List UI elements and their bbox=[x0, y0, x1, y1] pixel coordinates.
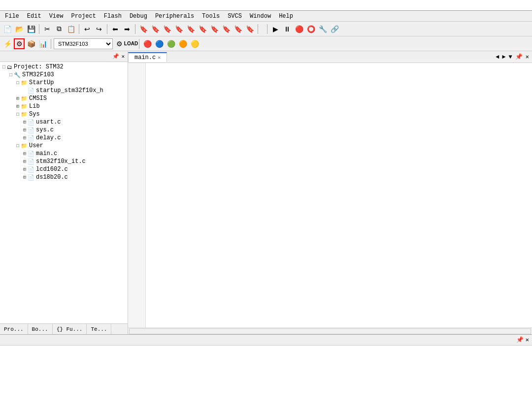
debug-btn4[interactable]: ⭕ bbox=[305, 24, 316, 34]
tab-menu-icon[interactable]: ▼ bbox=[508, 54, 513, 61]
debug-btn5[interactable]: 🔧 bbox=[317, 24, 328, 34]
tree-expand-icon[interactable]: ⊞ bbox=[22, 159, 28, 164]
tree-expand-icon[interactable]: □ bbox=[1, 64, 7, 70]
menu-item-svcs[interactable]: SVCS bbox=[224, 12, 246, 21]
tree-item[interactable]: □📁Sys bbox=[1, 110, 127, 118]
tree-item[interactable]: ⊞📁CMSIS bbox=[1, 95, 127, 102]
copy-button[interactable]: ⧉ bbox=[54, 24, 65, 34]
nav-back-button[interactable]: ⬅ bbox=[110, 24, 121, 34]
debug-btn2[interactable]: ⏸ bbox=[282, 24, 293, 34]
build-highlighted-button[interactable]: ⚙ bbox=[14, 38, 25, 49]
bookmark-btn4[interactable]: 🔖 bbox=[173, 24, 184, 34]
bookmark-btn2[interactable]: 🔖 bbox=[150, 24, 161, 34]
tree-item[interactable]: □🔧STM32F103 bbox=[1, 71, 127, 79]
tab-close-icon[interactable]: ✕ bbox=[158, 55, 161, 61]
code-horizontal-scrollbar[interactable] bbox=[128, 327, 532, 334]
bookmark-btn3[interactable]: 🔖 bbox=[162, 24, 172, 34]
tree-expand-icon[interactable]: ⊞ bbox=[22, 127, 28, 133]
tree-expand-icon[interactable]: ⊞ bbox=[22, 119, 28, 125]
flash-btn4[interactable]: 🟠 bbox=[177, 38, 188, 49]
menu-item-edit[interactable]: Edit bbox=[23, 12, 45, 21]
project-tab[interactable]: Bo... bbox=[28, 324, 53, 334]
project-tab[interactable]: Pro... bbox=[0, 324, 28, 334]
project-btn4[interactable]: 📊 bbox=[37, 38, 48, 49]
tree-item[interactable]: ⊞📄stm32f10x_it.c bbox=[1, 158, 127, 165]
bookmark-btn9[interactable]: 🔖 bbox=[233, 24, 243, 34]
debug-btn6[interactable]: 🔗 bbox=[329, 24, 340, 34]
new-file-button[interactable]: 📄 bbox=[2, 24, 13, 34]
flash-btn3[interactable]: 🟢 bbox=[166, 38, 176, 49]
tree-item[interactable]: □📁User bbox=[1, 142, 127, 150]
flash-btn2[interactable]: 🔵 bbox=[154, 38, 165, 49]
bookmark-btn10[interactable]: 🔖 bbox=[244, 24, 255, 34]
code-content[interactable] bbox=[146, 63, 532, 327]
tree-item[interactable]: ⊞📁Lib bbox=[1, 102, 127, 110]
debug-btn3[interactable]: 🔴 bbox=[294, 24, 304, 34]
code-area[interactable] bbox=[128, 63, 532, 327]
build-close-icon[interactable]: ✕ bbox=[526, 336, 529, 344]
project-close-icon[interactable]: ✕ bbox=[121, 53, 125, 60]
menu-item-peripherals[interactable]: Peripherals bbox=[151, 12, 198, 21]
save-button[interactable]: 💾 bbox=[26, 24, 36, 34]
redo-button[interactable]: ↪ bbox=[94, 24, 104, 34]
load-button[interactable]: LOAD bbox=[126, 38, 136, 49]
tree-item[interactable]: ⊞📄lcd1602.c bbox=[1, 165, 127, 173]
tab-right-icon[interactable]: ► bbox=[501, 54, 506, 61]
project-btn3[interactable]: 📦 bbox=[26, 38, 36, 49]
debug-btn1[interactable]: ▶ bbox=[270, 24, 281, 34]
open-button[interactable]: 📂 bbox=[14, 24, 25, 34]
project-tab[interactable]: {} Fu... bbox=[53, 324, 87, 334]
bookmark-btn1[interactable]: 🔖 bbox=[138, 24, 149, 34]
tree-expand-icon[interactable]: □ bbox=[15, 112, 21, 117]
target-dropdown[interactable]: STM32F103 bbox=[54, 38, 113, 49]
tab-pin-icon[interactable]: 📌 bbox=[514, 53, 524, 61]
bookmark-btn6[interactable]: 🔖 bbox=[197, 24, 208, 34]
tab-close-x-icon[interactable]: ✕ bbox=[525, 53, 530, 61]
menu-item-file[interactable]: File bbox=[1, 12, 23, 21]
tree-item[interactable]: □📁StartUp bbox=[1, 79, 127, 87]
tree-item[interactable]: □🗂Project: STM32 bbox=[1, 63, 127, 71]
tree-expand-icon[interactable]: ⊞ bbox=[22, 174, 28, 180]
menu-item-flash[interactable]: Flash bbox=[100, 12, 126, 21]
tree-item[interactable]: ⊞📄sys.c bbox=[1, 126, 127, 134]
tree-expand-icon[interactable]: ⊞ bbox=[22, 151, 28, 157]
tab-main-c[interactable]: main.c ✕ bbox=[128, 52, 167, 62]
tree-item[interactable]: ⊞📄ds18b20.c bbox=[1, 173, 127, 181]
bookmark-btn5[interactable]: 🔖 bbox=[185, 24, 196, 34]
tree-expand-icon[interactable]: ⊞ bbox=[22, 135, 28, 141]
undo-button[interactable]: ↩ bbox=[82, 24, 93, 34]
tree-expand-icon[interactable]: □ bbox=[15, 143, 21, 149]
tree-item[interactable]: 📄startup_stm32f10x_h bbox=[1, 87, 127, 95]
paste-button[interactable]: 📋 bbox=[66, 24, 76, 34]
bookmark-btn8[interactable]: 🔖 bbox=[221, 24, 232, 34]
menu-item-window[interactable]: Window bbox=[246, 12, 275, 21]
tree-expand-icon[interactable]: ⊞ bbox=[15, 95, 21, 101]
flash-btn5[interactable]: 🟡 bbox=[189, 38, 200, 49]
menu-item-project[interactable]: Project bbox=[67, 12, 100, 21]
menu-item-tools[interactable]: Tools bbox=[198, 12, 224, 21]
project-tab[interactable]: Te... bbox=[87, 324, 111, 334]
tree-item[interactable]: ⊞📄usart.c bbox=[1, 118, 127, 126]
menu-item-debug[interactable]: Debug bbox=[126, 12, 151, 21]
cut-button[interactable]: ✂ bbox=[42, 24, 53, 34]
project-pin-icon[interactable]: 📌 bbox=[112, 53, 119, 60]
tree-label: StartUp bbox=[29, 79, 54, 86]
build-pin-icon[interactable]: 📌 bbox=[516, 336, 524, 344]
tab-label: main.c bbox=[134, 54, 156, 61]
tree-item[interactable]: ⊞📄delay.c bbox=[1, 134, 127, 142]
tree-expand-icon[interactable]: ⊞ bbox=[15, 103, 21, 109]
tree-expand-icon[interactable]: ⊞ bbox=[22, 166, 28, 172]
menu-item-help[interactable]: Help bbox=[275, 12, 297, 21]
nav-fwd-button[interactable]: ➡ bbox=[122, 24, 133, 34]
tree-expand-icon[interactable]: □ bbox=[15, 80, 21, 86]
tab-left-icon[interactable]: ◄ bbox=[495, 54, 500, 61]
tree-expand-icon[interactable]: □ bbox=[8, 72, 14, 78]
tree-item[interactable]: ⊞📄main.c bbox=[1, 150, 127, 158]
bookmark-btn7[interactable]: 🔖 bbox=[209, 24, 220, 34]
dropdown-settings-button[interactable]: ⚙ bbox=[114, 38, 125, 49]
project-btn1[interactable]: ⚡ bbox=[2, 38, 13, 49]
flash-btn1[interactable]: 🔴 bbox=[142, 38, 153, 49]
tree-label: Sys bbox=[29, 111, 40, 118]
menu-item-view[interactable]: View bbox=[45, 12, 67, 21]
line-numbers bbox=[128, 63, 146, 327]
